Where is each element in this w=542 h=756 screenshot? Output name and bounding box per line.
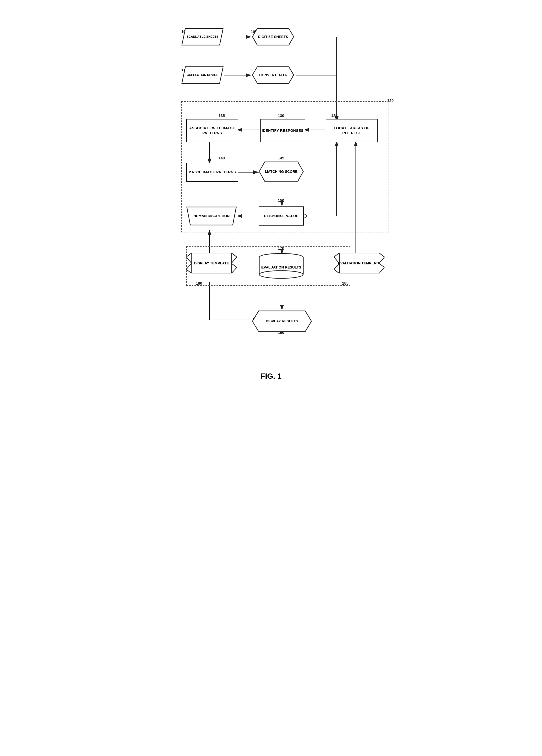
locate-areas-label: LOCATE AREAS OF INTEREST: [326, 126, 377, 135]
scannable-sheets-label: SCANNABLE SHEETS: [187, 35, 218, 39]
identify-responses-label: IDENTIFY RESPONSES: [262, 128, 304, 133]
matching-score-shape: MATCHING SCORE: [259, 161, 304, 182]
diagram: 100 105 110 115 120 125 130 135 140 145 …: [164, 16, 378, 366]
match-image-box: MATCH IMAGE PATTERNS: [186, 163, 238, 182]
convert-data-shape: CONVERT DATA: [252, 66, 294, 84]
evaluation-template-label: EVALUATION TEMPLATE: [338, 261, 380, 266]
digitize-sheets-shape: DIGITIZE SHEETS: [252, 28, 294, 46]
digitize-sheets-label: DIGITIZE SHEETS: [258, 34, 288, 39]
identify-responses-box: IDENTIFY RESPONSES: [260, 119, 305, 142]
human-discretion-label: HUMAN DISCRETION: [193, 214, 229, 218]
convert-data-label: CONVERT DATA: [259, 73, 287, 78]
response-value-box: RESPONSE VALUE: [259, 206, 304, 226]
matching-score-label: MATCHING SCORE: [265, 169, 298, 174]
display-template-label: DISPLAY TEMPLATE: [194, 261, 229, 266]
scannable-sheets-shape: SCANNABLE SHEETS: [181, 28, 224, 46]
human-discretion-shape: HUMAN DISCRETION: [186, 206, 237, 226]
display-results-shape: DISPLAY RESULTS: [252, 310, 312, 332]
figure-caption: FIG. 1: [164, 372, 378, 381]
associate-with-box: ASSOCIATE WITH IMAGE PATTERNS: [186, 119, 238, 142]
evaluation-results-label: EVALUATION RESULTS: [261, 265, 301, 270]
display-results-label: DISPLAY RESULTS: [266, 319, 298, 324]
match-image-label: MATCH IMAGE PATTERNS: [188, 170, 236, 175]
associate-with-label: ASSOCIATE WITH IMAGE PATTERNS: [187, 126, 238, 135]
collection-device-label: COLLECTION DEVICE: [187, 73, 218, 77]
locate-areas-box: LOCATE AREAS OF INTEREST: [326, 119, 378, 142]
collection-device-shape: COLLECTION DEVICE: [181, 66, 224, 84]
response-value-label: RESPONSE VALUE: [264, 214, 299, 218]
